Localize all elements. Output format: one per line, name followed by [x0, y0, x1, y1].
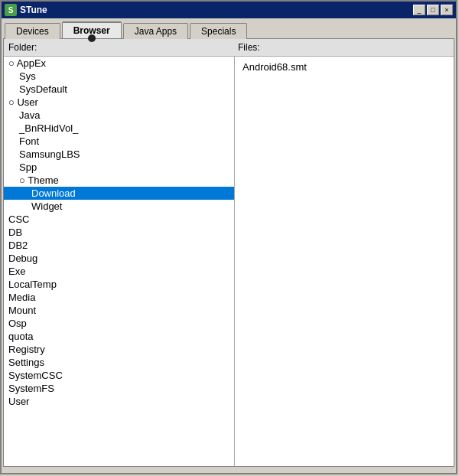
tab-java-apps[interactable]: Java Apps: [123, 23, 188, 39]
tree-item[interactable]: Download: [4, 187, 234, 200]
tree-item[interactable]: Widget: [4, 200, 234, 213]
tree-item[interactable]: ○ User: [4, 96, 234, 109]
tab-devices[interactable]: Devices: [5, 23, 60, 39]
tree-item[interactable]: Debug: [4, 252, 234, 265]
maximize-button[interactable]: □: [427, 5, 439, 15]
close-button[interactable]: ×: [441, 5, 453, 15]
tree-item[interactable]: Registry: [4, 343, 234, 356]
headers-row: Folder: Files:: [4, 39, 454, 57]
main-window: S STune _ □ × Devices Browser Java Apps …: [0, 0, 457, 474]
tree-item[interactable]: Java: [4, 109, 234, 122]
tree-item[interactable]: LocalTemp: [4, 278, 234, 291]
tree-item[interactable]: Settings: [4, 356, 234, 369]
tree-item[interactable]: Mount: [4, 304, 234, 317]
title-bar-left: S STune: [5, 4, 47, 16]
tab-browser[interactable]: Browser: [62, 21, 122, 38]
title-bar: S STune _ □ ×: [2, 2, 456, 18]
tree-item[interactable]: DB: [4, 226, 234, 239]
app-icon: S: [5, 4, 17, 16]
tree-item[interactable]: ○ Theme: [4, 174, 234, 187]
tree-item[interactable]: Sys: [4, 70, 234, 83]
files-header: Files:: [238, 42, 260, 53]
tree-item[interactable]: Media: [4, 291, 234, 304]
tree-item[interactable]: Font: [4, 135, 234, 148]
window-title: STune: [20, 5, 47, 15]
tree-item[interactable]: SamsungLBS: [4, 148, 234, 161]
panes: ○ AppExSysSysDefault○ UserJava_BnRHidVol…: [4, 57, 454, 466]
tree-item[interactable]: SystemFS: [4, 382, 234, 395]
tab-specials[interactable]: Specials: [190, 23, 247, 39]
tree-item[interactable]: ○ AppEx: [4, 57, 234, 70]
tree-item[interactable]: Exe: [4, 265, 234, 278]
tree-item[interactable]: SysDefault: [4, 83, 234, 96]
tree-item[interactable]: quota: [4, 330, 234, 343]
folder-pane[interactable]: ○ AppExSysSysDefault○ UserJava_BnRHidVol…: [4, 57, 235, 466]
tree-item[interactable]: DB2: [4, 239, 234, 252]
title-buttons: _ □ ×: [413, 5, 453, 15]
file-item[interactable]: Android68.smt: [239, 60, 449, 74]
tree-item[interactable]: _BnRHidVol_: [4, 122, 234, 135]
folder-header: Folder:: [8, 42, 238, 53]
tree-item[interactable]: Spp: [4, 161, 234, 174]
files-pane: Android68.smt: [235, 57, 454, 466]
active-tab-indicator: [88, 34, 96, 42]
tree-item[interactable]: Osp: [4, 317, 234, 330]
tree-item[interactable]: SystemCSC: [4, 369, 234, 382]
tree-item[interactable]: User: [4, 395, 234, 408]
tree-item[interactable]: CSC: [4, 213, 234, 226]
tab-bar: Devices Browser Java Apps Specials: [2, 18, 456, 38]
content-area: Folder: Files: ○ AppExSysSysDefault○ Use…: [3, 38, 454, 467]
minimize-button[interactable]: _: [413, 5, 425, 15]
